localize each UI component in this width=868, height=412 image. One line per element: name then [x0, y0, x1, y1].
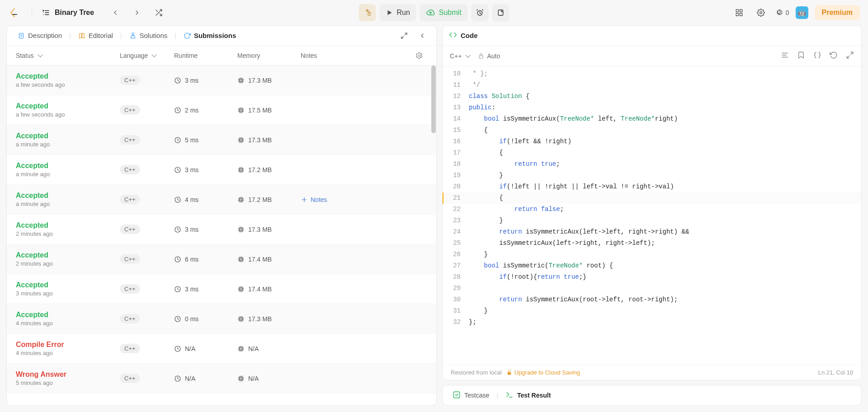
submission-row[interactable]: Accepteda minute agoC++5 ms17.3 MBNotes	[7, 125, 436, 155]
clock-icon	[174, 107, 181, 114]
language-chip: C++	[120, 105, 140, 115]
svg-rect-22	[19, 33, 23, 38]
user-avatar[interactable]: 🤖	[796, 6, 808, 19]
cloud-upload-icon	[426, 8, 435, 17]
premium-button[interactable]: Premium	[815, 5, 860, 20]
ai-assist-button[interactable]	[359, 4, 376, 21]
code-text: public:	[469, 102, 495, 113]
tab-code[interactable]: Code	[449, 31, 478, 40]
code-line[interactable]: 24 return isSymmetricAux(left->left, rig…	[443, 226, 861, 238]
solutions-icon	[129, 32, 137, 39]
code-line[interactable]: 18 return true;	[443, 159, 861, 170]
bookmark-button[interactable]	[797, 51, 805, 61]
tab-submissions[interactable]: Submissions	[179, 29, 241, 42]
submission-row[interactable]: Accepteda minute agoC++4 ms17.2 MBNotes	[7, 185, 436, 215]
code-line[interactable]: 21 {	[443, 192, 861, 204]
submission-time: 4 minutes ago	[16, 350, 64, 356]
reset-button[interactable]	[830, 51, 838, 61]
submission-row[interactable]: Accepteda few seconds agoC++2 ms17.5 MBN…	[7, 95, 436, 125]
scrollbar-thumb[interactable]	[431, 66, 436, 133]
tab-test-result[interactable]: Test Result	[502, 389, 554, 402]
submission-row[interactable]: Accepteda minute agoC++3 ms17.2 MBNotes	[7, 155, 436, 185]
settings-button[interactable]	[753, 5, 769, 20]
submission-row[interactable]: Accepted4 minutes agoC++0 ms17.3 MBNotes	[7, 304, 436, 334]
expand-button[interactable]	[846, 51, 854, 61]
submission-row[interactable]: Accepted2 minutes agoC++3 ms17.3 MBNotes	[7, 215, 436, 244]
code-line[interactable]: 25 isSymmetricAux(left->right, right->le…	[443, 238, 861, 249]
code-line[interactable]: 27 bool isSymmetric(TreeNode* root) {	[443, 260, 861, 272]
layout-button[interactable]	[731, 5, 747, 20]
submission-status: Accepted	[16, 72, 65, 80]
clock-icon	[174, 315, 181, 323]
submission-time: a few seconds ago	[16, 81, 65, 88]
streak-indicator[interactable]: 0	[775, 9, 789, 17]
code-line[interactable]: 30 return isSymmetricAux(root->left, roo…	[443, 294, 861, 305]
upgrade-cloud-link[interactable]: Upgrade to Cloud Saving	[506, 369, 580, 376]
code-line[interactable]: 23 }	[443, 215, 861, 226]
col-status[interactable]: Status	[16, 52, 120, 59]
line-number: 19	[443, 170, 469, 181]
runtime-value: 3 ms	[174, 286, 237, 293]
timer-button[interactable]	[472, 4, 489, 21]
fullscreen-button[interactable]	[396, 28, 412, 43]
code-line[interactable]: 26 }	[443, 249, 861, 260]
code-line[interactable]: 13public:	[443, 102, 861, 113]
tab-description[interactable]: Description	[13, 29, 66, 42]
svg-rect-133	[239, 317, 243, 321]
submission-row[interactable]: Accepted2 minutes agoC++6 ms17.4 MBNotes	[7, 244, 436, 274]
submission-row[interactable]: Accepted3 minutes agoC++3 ms17.4 MBNotes	[7, 274, 436, 304]
submit-button[interactable]: Submit	[420, 4, 468, 21]
code-line[interactable]: 28 if(!root){return true;}	[443, 272, 861, 283]
shuffle-button[interactable]	[151, 5, 166, 20]
notes-button[interactable]	[492, 4, 509, 21]
tab-solutions[interactable]: Solutions	[125, 29, 172, 42]
svg-rect-159	[239, 377, 243, 380]
tab-label: Submissions	[194, 32, 236, 39]
format-button[interactable]	[781, 51, 789, 61]
next-problem-button[interactable]	[129, 5, 145, 20]
code-line[interactable]: 17 {	[443, 147, 861, 159]
code-line[interactable]: 29	[443, 283, 861, 294]
problem-list-button[interactable]: Binary Tree	[38, 6, 98, 19]
run-button[interactable]: Run	[379, 4, 416, 21]
svg-rect-29	[239, 79, 243, 82]
sparkle-lock-icon	[363, 9, 371, 17]
code-line[interactable]: 20 if(!left || !right || left->val != ri…	[443, 181, 861, 192]
tab-editorial[interactable]: Editorial	[74, 29, 118, 42]
code-line[interactable]: 31 }	[443, 305, 861, 317]
code-line[interactable]: 14 bool isSymmetricAux(TreeNode* left, T…	[443, 113, 861, 125]
line-number: 18	[443, 159, 469, 170]
code-line[interactable]: 15 {	[443, 125, 861, 136]
svg-rect-55	[239, 138, 243, 142]
submission-row[interactable]: Compile Error4 minutes agoC++N/AN/ANotes	[7, 334, 436, 364]
submission-row[interactable]: Wrong Answer5 minutes agoC++N/AN/ANotes	[7, 364, 436, 393]
code-line[interactable]: 22 return false;	[443, 204, 861, 215]
code-line[interactable]: 16 if(!left && !right)	[443, 136, 861, 147]
collapse-button[interactable]	[415, 28, 430, 43]
code-line[interactable]: 19 }	[443, 170, 861, 181]
language-select[interactable]: C++	[450, 52, 470, 60]
code-line[interactable]: 10 * };	[443, 68, 861, 80]
submission-row[interactable]: Accepteda few seconds agoC++3 ms17.3 MBN…	[7, 66, 436, 95]
code-text: };	[469, 317, 476, 328]
streak-count: 0	[786, 9, 789, 16]
braces-button[interactable]	[813, 51, 821, 61]
code-line[interactable]: 32};	[443, 317, 861, 328]
code-text: if(!left && !right)	[469, 136, 571, 147]
code-tabs: Code	[443, 26, 861, 46]
col-notes: Notes	[301, 52, 412, 59]
line-number: 26	[443, 249, 469, 260]
code-editor[interactable]: 10 * };11 */12class Solution {13public:1…	[443, 66, 861, 365]
leetcode-logo-icon[interactable]	[8, 7, 19, 18]
code-line[interactable]: 12class Solution {	[443, 91, 861, 102]
tab-testcase[interactable]: Testcase	[449, 389, 493, 402]
columns-settings-button[interactable]	[412, 48, 427, 63]
prev-problem-button[interactable]	[108, 5, 123, 20]
submissions-list[interactable]: Accepteda few seconds agoC++3 ms17.3 MBN…	[7, 66, 436, 405]
col-language[interactable]: Language	[120, 52, 174, 59]
add-notes-button[interactable]: Notes	[301, 196, 427, 203]
memory-value: 17.4 MB	[237, 286, 301, 293]
chip-icon	[237, 345, 245, 352]
svg-rect-146	[239, 347, 243, 351]
code-line[interactable]: 11 */	[443, 80, 861, 91]
